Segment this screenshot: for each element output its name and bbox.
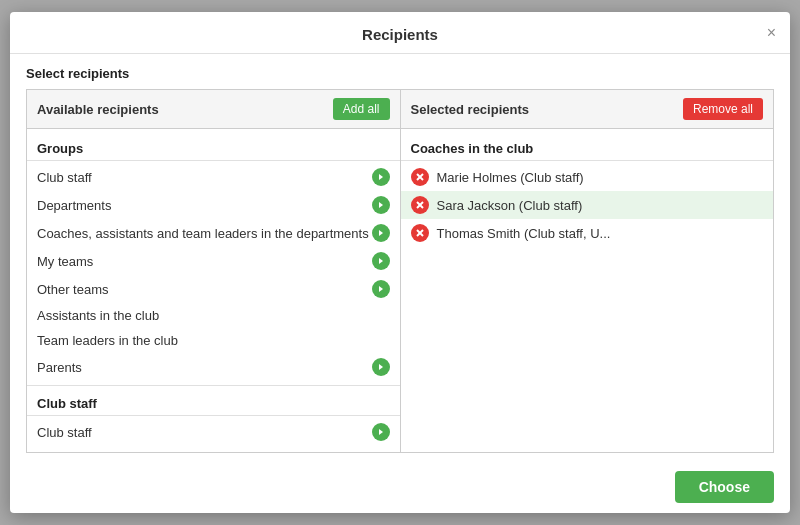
list-item[interactable]: Other teams bbox=[27, 275, 400, 303]
available-recipients-label: Available recipients bbox=[37, 102, 159, 117]
selected-item[interactable]: Marie Holmes (Club staff) bbox=[401, 163, 774, 191]
section-divider bbox=[27, 385, 400, 386]
list-item[interactable]: Departments bbox=[27, 191, 400, 219]
svg-marker-2 bbox=[379, 230, 383, 236]
club-staff-section-header: Club staff bbox=[27, 390, 400, 416]
remove-icon[interactable] bbox=[411, 224, 429, 242]
selected-item[interactable]: Sara Jackson (Club staff) bbox=[401, 191, 774, 219]
add-all-button[interactable]: Add all bbox=[333, 98, 390, 120]
svg-marker-6 bbox=[379, 429, 383, 435]
list-item[interactable]: Coaches, assistants and team leaders in … bbox=[27, 219, 400, 247]
selected-recipients-header: Selected recipients Remove all bbox=[401, 90, 774, 129]
choose-button[interactable]: Choose bbox=[675, 471, 774, 503]
list-item[interactable]: My teams bbox=[27, 247, 400, 275]
modal: Recipients × Select recipients Available… bbox=[10, 12, 790, 513]
item-label: Parents bbox=[37, 360, 82, 375]
arrow-icon bbox=[372, 224, 390, 242]
svg-marker-3 bbox=[379, 258, 383, 264]
list-item[interactable]: Assistants in the club bbox=[27, 303, 400, 328]
arrow-icon bbox=[372, 252, 390, 270]
modal-header: Recipients × bbox=[10, 12, 790, 54]
select-recipients-label: Select recipients bbox=[26, 66, 774, 81]
available-recipients-panel: Available recipients Add all Groups Club… bbox=[27, 90, 401, 452]
selected-recipients-label: Selected recipients bbox=[411, 102, 530, 117]
arrow-icon bbox=[372, 423, 390, 441]
item-label: Club staff bbox=[37, 425, 92, 440]
selected-item-label: Sara Jackson (Club staff) bbox=[437, 198, 583, 213]
remove-icon[interactable] bbox=[411, 168, 429, 186]
modal-overlay: Recipients × Select recipients Available… bbox=[0, 0, 800, 525]
selected-recipients-content: Coaches in the club Marie Holmes (Club s… bbox=[401, 129, 774, 452]
svg-marker-0 bbox=[379, 174, 383, 180]
groups-section-header: Groups bbox=[27, 135, 400, 161]
item-label: Club staff bbox=[37, 170, 92, 185]
modal-footer: Choose bbox=[10, 461, 790, 513]
item-label: Coaches, assistants and team leaders in … bbox=[37, 226, 369, 241]
panels: Available recipients Add all Groups Club… bbox=[26, 89, 774, 453]
selected-recipients-panel: Selected recipients Remove all Coaches i… bbox=[401, 90, 774, 452]
selected-group-header: Coaches in the club bbox=[401, 135, 774, 161]
modal-title: Recipients bbox=[362, 26, 438, 43]
arrow-icon bbox=[372, 280, 390, 298]
list-item[interactable]: Parents bbox=[27, 353, 400, 381]
available-recipients-content: Groups Club staff Departments bbox=[27, 129, 400, 452]
list-item[interactable]: Team leaders in the club bbox=[27, 328, 400, 353]
close-button[interactable]: × bbox=[767, 25, 776, 41]
item-label: Assistants in the club bbox=[37, 308, 159, 323]
item-label: Team leaders in the club bbox=[37, 333, 178, 348]
selected-item-label: Marie Holmes (Club staff) bbox=[437, 170, 584, 185]
available-recipients-header: Available recipients Add all bbox=[27, 90, 400, 129]
svg-marker-4 bbox=[379, 286, 383, 292]
item-label: Other teams bbox=[37, 282, 109, 297]
arrow-icon bbox=[372, 358, 390, 376]
selected-item-label: Thomas Smith (Club staff, U... bbox=[437, 226, 611, 241]
remove-all-button[interactable]: Remove all bbox=[683, 98, 763, 120]
list-item[interactable]: Club staff bbox=[27, 418, 400, 446]
selected-item[interactable]: Thomas Smith (Club staff, U... bbox=[401, 219, 774, 247]
item-label: My teams bbox=[37, 254, 93, 269]
svg-marker-5 bbox=[379, 364, 383, 370]
arrow-icon bbox=[372, 168, 390, 186]
item-label: Departments bbox=[37, 198, 111, 213]
list-item[interactable]: Club staff bbox=[27, 163, 400, 191]
svg-marker-1 bbox=[379, 202, 383, 208]
remove-icon[interactable] bbox=[411, 196, 429, 214]
arrow-icon bbox=[372, 196, 390, 214]
modal-body: Select recipients Available recipients A… bbox=[10, 54, 790, 461]
